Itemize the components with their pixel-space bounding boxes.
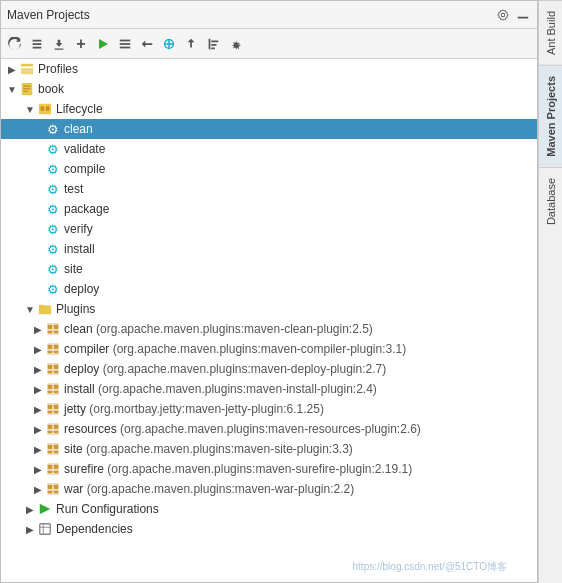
book-row[interactable]: ▼ book	[1, 79, 537, 99]
lifecycle-item-clean[interactable]: ⚙ clean	[1, 119, 537, 139]
plugin-clean-row[interactable]: ▶ clean (org.apache.maven.plugins:maven-…	[1, 319, 537, 339]
site-gear-icon: ⚙	[45, 261, 61, 277]
svg-point-8	[235, 44, 238, 47]
plugins-folder-icon	[37, 301, 53, 317]
plugin-deploy-row[interactable]: ▶ deploy (org.apache.maven.plugins:maven…	[1, 359, 537, 379]
reimport-button[interactable]	[27, 34, 47, 54]
svg-rect-27	[54, 345, 58, 349]
validate-gear-icon: ⚙	[45, 141, 61, 157]
plugin-surefire-arrow: ▶	[31, 459, 45, 479]
profiles-label: Profiles	[38, 62, 78, 76]
svg-rect-41	[48, 405, 52, 409]
svg-rect-38	[48, 391, 52, 394]
svg-rect-42	[54, 405, 58, 409]
plugin-jetty-label: jetty (org.mortbay.jetty:maven-jetty-plu…	[64, 402, 324, 416]
profiles-arrow: ▶	[5, 59, 19, 79]
run-button[interactable]	[93, 34, 113, 54]
plugin-jetty-arrow: ▶	[31, 399, 45, 419]
right-sidebar: Ant Build Maven Projects Database	[538, 0, 562, 583]
sort-button[interactable]	[203, 34, 223, 54]
lifecycle-item-validate[interactable]: ⚙ validate	[1, 139, 537, 159]
svg-rect-64	[54, 491, 58, 494]
plugin-jetty-row[interactable]: ▶ jetty (org.mortbay.jetty:maven-jetty-p…	[1, 399, 537, 419]
plugin-compiler-icon	[45, 341, 61, 357]
panel-header: Maven Projects	[1, 1, 537, 29]
dependencies-row[interactable]: ▶ Dependencies	[1, 519, 537, 539]
svg-rect-4	[120, 46, 131, 48]
plugin-compiler-row[interactable]: ▶ compiler (org.apache.maven.plugins:mav…	[1, 339, 537, 359]
tab-database[interactable]: Database	[539, 167, 562, 235]
lifecycle-button[interactable]	[115, 34, 135, 54]
profiles-row[interactable]: ▶ Profiles	[1, 59, 537, 79]
plugin-compiler-arrow: ▶	[31, 339, 45, 359]
svg-rect-28	[48, 351, 52, 354]
svg-rect-61	[48, 485, 52, 489]
run-configs-label: Run Configurations	[56, 502, 159, 516]
tab-ant-build[interactable]: Ant Build	[539, 0, 562, 65]
test-gear-icon: ⚙	[45, 181, 61, 197]
compile-gear-icon: ⚙	[45, 161, 61, 177]
svg-rect-32	[54, 365, 58, 369]
plugin-resources-icon	[45, 421, 61, 437]
svg-rect-9	[21, 64, 33, 67]
svg-rect-47	[54, 425, 58, 429]
plugin-site-arrow: ▶	[31, 439, 45, 459]
plugin-war-icon	[45, 481, 61, 497]
deploy-label: deploy	[64, 282, 99, 296]
lifecycle-item-verify[interactable]: ⚙ verify	[1, 219, 537, 239]
plugin-install-row[interactable]: ▶ install (org.apache.maven.plugins:mave…	[1, 379, 537, 399]
svg-rect-10	[21, 68, 33, 74]
svg-marker-65	[40, 504, 51, 515]
plugin-resources-label: resources (org.apache.maven.plugins:mave…	[64, 422, 421, 436]
settings-icon[interactable]	[495, 7, 511, 23]
lifecycle-row[interactable]: ▼ Lifecycle	[1, 99, 537, 119]
svg-rect-66	[40, 524, 51, 535]
run-configs-row[interactable]: ▶ Run Configurations	[1, 499, 537, 519]
add-button[interactable]: +	[71, 34, 91, 54]
verify-label: verify	[64, 222, 93, 236]
download-button[interactable]	[49, 34, 69, 54]
svg-rect-43	[48, 411, 52, 414]
plugin-jetty-icon	[45, 401, 61, 417]
svg-rect-19	[39, 305, 44, 308]
minimize-icon[interactable]	[515, 7, 531, 23]
validate-label: validate	[64, 142, 105, 156]
clean-label: clean	[64, 122, 93, 136]
plugins-row[interactable]: ▼ Plugins	[1, 299, 537, 319]
plugins-arrow: ▼	[23, 299, 37, 319]
test-label: test	[64, 182, 83, 196]
svg-rect-13	[24, 88, 31, 89]
lifecycle-item-install[interactable]: ⚙ install	[1, 239, 537, 259]
plugin-install-label: install (org.apache.maven.plugins:maven-…	[64, 382, 377, 396]
lifecycle-item-test[interactable]: ⚙ test	[1, 179, 537, 199]
settings-button[interactable]	[225, 34, 245, 54]
plugin-surefire-row[interactable]: ▶ surefire (org.apache.maven.plugins:mav…	[1, 459, 537, 479]
svg-rect-63	[48, 491, 52, 494]
svg-rect-48	[48, 431, 52, 434]
refresh-button[interactable]	[5, 34, 25, 54]
lifecycle-item-package[interactable]: ⚙ package	[1, 199, 537, 219]
svg-rect-57	[54, 465, 58, 469]
svg-rect-36	[48, 385, 52, 389]
svg-rect-26	[48, 345, 52, 349]
svg-rect-49	[54, 431, 58, 434]
run-configs-arrow: ▶	[23, 499, 37, 519]
maven-projects-panel: Maven Projects	[0, 0, 538, 583]
tab-maven-projects[interactable]: Maven Projects	[539, 65, 562, 167]
toggle-button[interactable]	[137, 34, 157, 54]
svg-rect-14	[24, 91, 28, 92]
show-deps-button[interactable]	[159, 34, 179, 54]
plugin-war-row[interactable]: ▶ war (org.apache.maven.plugins:maven-wa…	[1, 479, 537, 499]
lifecycle-item-site[interactable]: ⚙ site	[1, 259, 537, 279]
plugin-resources-row[interactable]: ▶ resources (org.apache.maven.plugins:ma…	[1, 419, 537, 439]
lifecycle-item-deploy[interactable]: ⚙ deploy	[1, 279, 537, 299]
collapse-button[interactable]	[181, 34, 201, 54]
install-gear-icon: ⚙	[45, 241, 61, 257]
svg-rect-29	[54, 351, 58, 354]
svg-rect-53	[48, 451, 52, 454]
plugin-site-row[interactable]: ▶ site (org.apache.maven.plugins:maven-s…	[1, 439, 537, 459]
svg-rect-3	[120, 43, 131, 45]
lifecycle-item-compile[interactable]: ⚙ compile	[1, 159, 537, 179]
package-label: package	[64, 202, 109, 216]
compile-label: compile	[64, 162, 105, 176]
